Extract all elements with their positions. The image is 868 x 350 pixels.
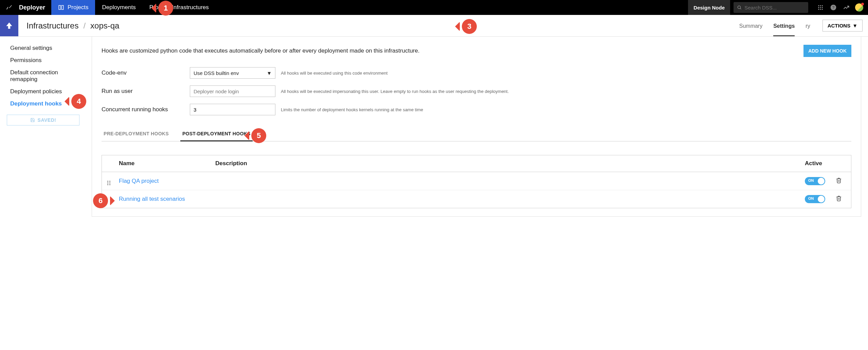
tab-summary[interactable]: Summary <box>739 23 762 36</box>
nav-infrastructures-label: Infrastructures <box>172 4 209 11</box>
toggle-label: ON <box>808 178 814 182</box>
callout-4: 4 <box>71 94 86 109</box>
table-header: Name Description Active <box>102 155 851 172</box>
code-env-label: Code-env <box>102 70 184 76</box>
chevron-down-icon: ▼ <box>852 23 857 28</box>
hook-link[interactable]: Flag QA project <box>119 178 159 184</box>
brand[interactable]: Deployer <box>18 4 51 11</box>
avatar[interactable] <box>855 3 863 12</box>
nav-projects[interactable]: Projects <box>51 0 95 15</box>
sidebar: General settings Permissions Default con… <box>0 37 92 217</box>
subbar: Infrastructures / xops-qa Summary Settin… <box>0 15 868 37</box>
nav-projects-label: Projects <box>68 4 88 11</box>
run-as-hint: All hooks will be executed impersonating… <box>281 89 509 94</box>
svg-point-12 <box>822 9 823 10</box>
saved-button: SAVED! <box>7 115 79 125</box>
actions-button[interactable]: ACTIONS ▼ <box>822 20 863 32</box>
sidebar-item-permissions[interactable]: Permissions <box>7 54 88 66</box>
th-name: Name <box>119 160 215 167</box>
nav-deployments-label: Deployments <box>102 4 135 11</box>
sidebar-item-general[interactable]: General settings <box>7 42 88 54</box>
delete-icon[interactable] <box>832 195 846 203</box>
breadcrumb-item[interactable]: xops-qa <box>90 21 119 31</box>
search-box[interactable] <box>734 2 808 13</box>
active-toggle[interactable]: ON <box>805 195 825 203</box>
svg-point-5 <box>820 5 821 6</box>
topnav: Projects Deployments Pro Infrastructures <box>51 0 216 15</box>
svg-rect-0 <box>59 5 60 9</box>
chevron-down-icon: ▼ <box>267 70 272 76</box>
code-env-hint: All hooks will be executed using this co… <box>281 71 387 76</box>
svg-point-9 <box>822 7 823 8</box>
hooks-table: Name Description Active Flag QA project … <box>102 155 851 208</box>
intro-text: Hooks are customized python code that ex… <box>102 47 419 54</box>
delete-icon[interactable] <box>832 177 846 185</box>
breadcrumb-section[interactable]: Infrastructures <box>26 21 78 31</box>
form-row-code-env: Code-env Use DSS builtin env ▼ All hooks… <box>102 64 851 82</box>
activity-icon[interactable] <box>842 3 850 12</box>
saved-label: SAVED! <box>38 117 56 123</box>
hook-link[interactable]: Running all test scenarios <box>119 196 185 202</box>
nav-deployments[interactable]: Deployments <box>95 0 142 15</box>
run-as-input[interactable] <box>190 85 275 97</box>
concurrent-hint: Limits the number of deployment hooks ke… <box>281 107 423 112</box>
svg-text:?: ? <box>832 5 835 9</box>
search-icon <box>737 5 742 10</box>
th-description: Description <box>215 160 805 167</box>
toggle-label: ON <box>808 196 814 200</box>
breadcrumb: Infrastructures / xops-qa <box>18 15 127 36</box>
svg-point-11 <box>820 9 821 10</box>
node-label[interactable]: Design Node <box>688 0 730 15</box>
svg-point-10 <box>818 9 819 10</box>
logo-icon[interactable] <box>0 4 18 11</box>
active-toggle[interactable]: ON <box>805 177 825 185</box>
sidebar-item-connection-remapping[interactable]: Default connection remapping <box>7 66 88 85</box>
save-icon <box>30 118 35 122</box>
code-env-value: Use DSS builtin env <box>194 70 239 76</box>
drag-handle-icon[interactable] <box>107 177 119 185</box>
tab-post-deployment-hooks[interactable]: POST-DEPLOYMENT HOOKS <box>180 127 253 141</box>
callout-3: 3 <box>462 19 477 34</box>
tab-settings[interactable]: Settings <box>773 23 795 36</box>
callout-6: 6 <box>93 193 108 208</box>
tab-pre-deployment-hooks[interactable]: PRE-DEPLOYMENT HOOKS <box>102 127 171 141</box>
actions-button-label: ACTIONS <box>828 23 851 28</box>
svg-point-6 <box>822 5 823 6</box>
layout: General settings Permissions Default con… <box>0 37 868 217</box>
breadcrumb-separator: / <box>83 21 86 31</box>
infrastructure-icon[interactable] <box>0 15 18 36</box>
callout-1: 1 <box>158 1 173 16</box>
table-row: Running all test scenarios ON <box>102 190 851 208</box>
topbar-right: ? <box>812 3 868 12</box>
form-row-run-as: Run as user All hooks will be executed i… <box>102 82 851 100</box>
table-row: Flag QA project ON <box>102 172 851 190</box>
th-active: Active <box>805 160 832 167</box>
main-panel: Hooks are customized python code that ex… <box>92 37 861 217</box>
callout-5: 5 <box>251 128 266 143</box>
help-icon[interactable]: ? <box>829 3 837 12</box>
svg-point-7 <box>818 7 819 8</box>
form-row-concurrent: Concurrent running hooks Limits the numb… <box>102 100 851 119</box>
concurrent-label: Concurrent running hooks <box>102 106 184 113</box>
run-as-label: Run as user <box>102 88 184 95</box>
search-input[interactable] <box>744 5 805 11</box>
topbar: Deployer Projects Deployments Pro Infras… <box>0 0 868 15</box>
svg-point-2 <box>738 6 740 8</box>
concurrent-input[interactable] <box>190 104 275 115</box>
apps-icon[interactable] <box>816 3 825 12</box>
code-env-select[interactable]: Use DSS builtin env ▼ <box>190 67 275 79</box>
svg-point-4 <box>818 5 819 6</box>
add-new-hook-button[interactable]: ADD NEW HOOK <box>803 45 851 57</box>
intro-row: Hooks are customized python code that ex… <box>102 45 851 57</box>
tab-history-partial[interactable]: ry <box>806 23 810 36</box>
svg-point-8 <box>820 7 821 8</box>
sub-tabs: Summary Settings ry <box>733 15 817 36</box>
hook-tabs: PRE-DEPLOYMENT HOOKS POST-DEPLOYMENT HOO… <box>102 127 851 141</box>
svg-line-3 <box>740 8 741 9</box>
svg-rect-1 <box>62 5 64 9</box>
